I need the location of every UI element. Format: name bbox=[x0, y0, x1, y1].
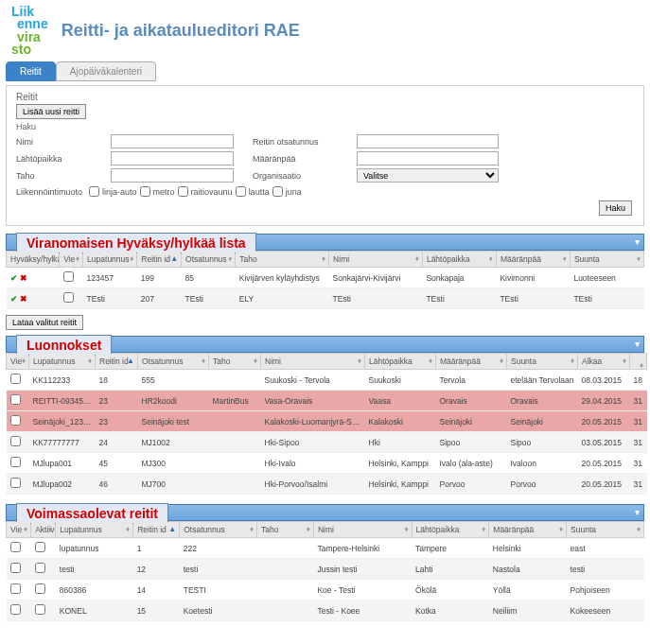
label-reitin-otsatunnus: Reitin otsatunnus bbox=[253, 137, 338, 147]
row-checkbox[interactable] bbox=[10, 542, 21, 552]
row-checkbox[interactable] bbox=[10, 374, 21, 384]
col-header[interactable]: Reitin id▲ bbox=[137, 252, 182, 268]
col-header[interactable]: Nimi♦ bbox=[261, 354, 365, 370]
table-row: KK7777777724MJ1002Hki-SipooHkiSipooSipoo… bbox=[7, 432, 647, 453]
label-nimi: Nimi bbox=[16, 137, 92, 147]
label-organisaatio: Organisaatio bbox=[253, 171, 338, 181]
col-header[interactable]: Reitin id▲ bbox=[133, 522, 180, 538]
collapse-icon[interactable]: ▾ bbox=[635, 236, 640, 247]
col-header[interactable]: Hyväksy/hylkää♦ bbox=[7, 252, 60, 268]
col-header[interactable]: Suunta♦ bbox=[567, 522, 644, 538]
row-checkbox[interactable] bbox=[10, 478, 21, 488]
col-header[interactable]: Lähtöpaikka♦ bbox=[365, 354, 436, 370]
col-header[interactable]: Määränpää♦ bbox=[496, 252, 570, 268]
label-taho: Taho bbox=[16, 171, 92, 181]
reject-icon[interactable]: ✖ bbox=[20, 294, 27, 304]
table-row: Seinäjoki_12345623Seinäjoki testKalakosk… bbox=[7, 411, 647, 432]
table-row: testi12testiJussin testiLahtiNastolatest… bbox=[7, 559, 644, 580]
row-checkbox[interactable] bbox=[10, 563, 21, 573]
table-row: MJlupa00246MJ700Hki-Porvoo/IsalmiHelsink… bbox=[7, 474, 647, 495]
chk-tram[interactable] bbox=[178, 186, 188, 197]
active-checkbox[interactable] bbox=[35, 583, 45, 594]
row-checkbox[interactable] bbox=[10, 604, 21, 615]
active-checkbox[interactable] bbox=[35, 604, 45, 615]
search-button[interactable]: Haku bbox=[599, 200, 632, 216]
active-table: Vie♦Aktiivinen♦Lupatunnus♦Reitin id▲Otsa… bbox=[6, 521, 644, 621]
collapse-icon[interactable]: ▾ bbox=[635, 339, 640, 349]
col-header[interactable]: Määränpää♦ bbox=[489, 522, 567, 538]
main-tabs: Reitit Ajopäiväkalenteri bbox=[6, 61, 650, 81]
col-header[interactable]: Otsatunnus♦ bbox=[180, 522, 257, 538]
row-checkbox[interactable] bbox=[63, 292, 74, 303]
input-lahtopaikka[interactable] bbox=[111, 151, 234, 165]
input-reitin-otsatunnus[interactable] bbox=[357, 134, 499, 148]
col-header[interactable]: Lähtöpaikka♦ bbox=[422, 252, 496, 268]
row-checkbox[interactable] bbox=[10, 394, 21, 405]
col-header[interactable]: Aktiivinen♦ bbox=[31, 522, 56, 538]
logo: Liik enne vira sto bbox=[11, 6, 48, 56]
download-selected-button[interactable]: Lataa valitut reitit bbox=[6, 315, 83, 330]
chk-metro[interactable] bbox=[140, 186, 150, 197]
table-row: MJlupa00145MJ300Hki-IvaloHelsinki, Kampp… bbox=[7, 453, 647, 474]
col-header[interactable]: Nimi♦ bbox=[329, 252, 423, 268]
collapse-icon[interactable]: ▾ bbox=[635, 507, 640, 517]
table-row: KONEL15KoetestiTesti - KoeeKotkaNeiliimK… bbox=[7, 600, 644, 621]
active-checkbox[interactable] bbox=[35, 542, 45, 552]
banner-drafts: Luonnokset ▾ bbox=[6, 336, 644, 353]
col-header[interactable]: Lupatunnus♦ bbox=[29, 354, 96, 370]
search-panel: Reitit Lisää uusi reitti Haku Nimi Reiti… bbox=[6, 85, 644, 226]
col-header[interactable]: Lähtöpaikka♦ bbox=[412, 522, 489, 538]
table-row: lupatunnus1222Tampere-HelsinkiTampereHel… bbox=[7, 538, 644, 559]
panel-title: Reitit bbox=[16, 92, 634, 102]
table-row: REITTI-093456muutos23HR2koodiMartinBusVa… bbox=[7, 391, 647, 411]
chk-ferry[interactable] bbox=[236, 186, 246, 197]
accept-icon[interactable]: ✔ bbox=[10, 294, 18, 304]
select-organisaatio[interactable]: Valitse bbox=[357, 168, 499, 183]
col-header[interactable]: Nimi♦ bbox=[313, 522, 412, 538]
chk-train[interactable] bbox=[272, 186, 283, 197]
col-header[interactable]: Alkaa♦ bbox=[578, 354, 630, 370]
col-header[interactable]: Taho♦ bbox=[209, 354, 261, 370]
col-header[interactable]: Reitin id▲ bbox=[96, 354, 138, 370]
chk-bus[interactable] bbox=[89, 186, 99, 197]
row-checkbox[interactable] bbox=[10, 436, 21, 446]
haku-label: Haku bbox=[16, 122, 634, 131]
table-row: KK11223318555Suukoski - TervolaSuukoskiT… bbox=[7, 370, 647, 391]
col-header[interactable]: Otsatunnus♦ bbox=[138, 354, 209, 370]
app-title: Reitti- ja aikataulueditori RAE bbox=[61, 21, 300, 41]
approve-table: Hyväksy/hylkää♦Vie♦Lupatunnus♦Reitin id▲… bbox=[6, 251, 644, 309]
input-maaranpaa[interactable] bbox=[357, 151, 499, 165]
row-checkbox[interactable] bbox=[10, 457, 21, 467]
add-route-button[interactable]: Lisää uusi reitti bbox=[16, 104, 86, 119]
col-header[interactable]: ♦ bbox=[630, 354, 647, 370]
col-header[interactable]: Lupatunnus♦ bbox=[83, 252, 137, 268]
label-maaranpaa: Määränpää bbox=[253, 154, 338, 164]
active-checkbox[interactable] bbox=[35, 563, 45, 573]
tab-ajopaivakalenteri[interactable]: Ajopäiväkalenteri bbox=[56, 61, 156, 81]
col-header[interactable]: Vie♦ bbox=[60, 252, 83, 268]
col-header[interactable]: Määränpää♦ bbox=[436, 354, 507, 370]
table-row: ✔✖TEsti207TEstiELYTEstiTEstiTEstiTEsti bbox=[7, 288, 644, 309]
table-row: 86038614TESTIKoe - TestiÖköläYölläPohjoi… bbox=[7, 580, 644, 600]
row-checkbox[interactable] bbox=[10, 415, 21, 426]
banner-approve: Viranomaisen Hyväksy/hylkää lista ▾ bbox=[6, 234, 644, 251]
input-taho[interactable] bbox=[111, 168, 234, 183]
table-row: ✔✖12345719985Kivijärven kyläyhdistysSonk… bbox=[7, 268, 644, 288]
drafts-table: Vie♦Lupatunnus♦Reitin id▲Otsatunnus♦Taho… bbox=[6, 353, 647, 495]
input-nimi[interactable] bbox=[111, 134, 234, 148]
col-header[interactable]: Suunta♦ bbox=[507, 354, 578, 370]
tab-reitit[interactable]: Reitit bbox=[6, 61, 56, 81]
banner-active: Voimassaolevat reitit ▾ bbox=[6, 504, 644, 521]
row-checkbox[interactable] bbox=[63, 271, 74, 282]
col-header[interactable]: Taho♦ bbox=[256, 522, 313, 538]
col-header[interactable]: Lupatunnus♦ bbox=[56, 522, 133, 538]
reject-icon[interactable]: ✖ bbox=[20, 273, 27, 283]
col-header[interactable]: Vie♦ bbox=[7, 522, 31, 538]
row-checkbox[interactable] bbox=[10, 583, 21, 594]
col-header[interactable]: Otsatunnus♦ bbox=[182, 252, 236, 268]
col-header[interactable]: Suunta♦ bbox=[570, 252, 643, 268]
accept-icon[interactable]: ✔ bbox=[10, 273, 18, 283]
label-liikennointimuoto: Liikennöintimuoto bbox=[16, 187, 82, 197]
col-header[interactable]: Vie♦ bbox=[7, 354, 29, 370]
col-header[interactable]: Taho♦ bbox=[236, 252, 329, 268]
